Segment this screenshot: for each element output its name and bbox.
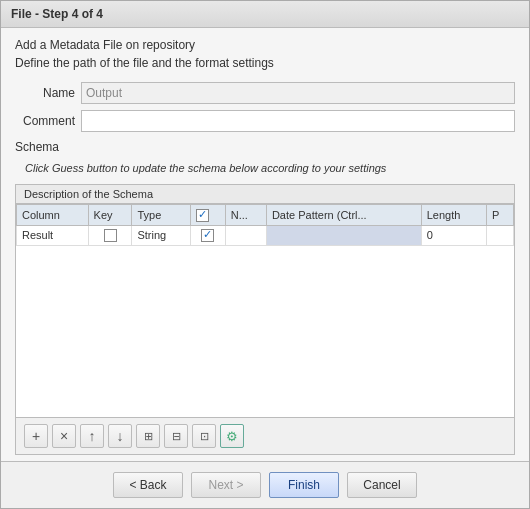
cell-length: 0 bbox=[421, 225, 486, 246]
wizard-window: File - Step 4 of 4 Add a Metadata File o… bbox=[0, 0, 530, 509]
cell-type: String bbox=[132, 225, 190, 246]
key-checkbox[interactable] bbox=[104, 229, 117, 242]
col-header-column: Column bbox=[17, 205, 89, 226]
copy-button[interactable]: ⊞ bbox=[136, 424, 160, 448]
comment-input[interactable] bbox=[81, 110, 515, 132]
cell-column: Result bbox=[17, 225, 89, 246]
comment-row: Comment bbox=[15, 110, 515, 132]
finish-button[interactable]: Finish bbox=[269, 472, 339, 498]
duplicate-button[interactable]: ⊡ bbox=[192, 424, 216, 448]
add-row-button[interactable]: + bbox=[24, 424, 48, 448]
move-down-button[interactable]: ↓ bbox=[108, 424, 132, 448]
window-title: File - Step 4 of 4 bbox=[11, 7, 103, 21]
col-header-date-pattern: Date Pattern (Ctrl... bbox=[266, 205, 421, 226]
footer: < Back Next > Finish Cancel bbox=[1, 461, 529, 508]
content-area: Name Comment Schema Click Guess button t… bbox=[1, 76, 529, 461]
cell-precision bbox=[487, 225, 514, 246]
name-input[interactable] bbox=[81, 82, 515, 104]
table-row: Result String 0 bbox=[17, 225, 514, 246]
nullable-header-checkbox bbox=[196, 209, 209, 222]
cancel-button[interactable]: Cancel bbox=[347, 472, 417, 498]
comment-label: Comment bbox=[15, 114, 75, 128]
subtitle-section: Add a Metadata File on repository Define… bbox=[1, 28, 529, 76]
name-row: Name bbox=[15, 82, 515, 104]
col-header-nullable bbox=[190, 205, 225, 226]
schema-label: Schema bbox=[15, 140, 515, 154]
col-header-length: Length bbox=[421, 205, 486, 226]
col-header-precision: P bbox=[487, 205, 514, 226]
schema-section: Description of the Schema Column Key Typ… bbox=[15, 184, 515, 455]
cell-date-pattern bbox=[266, 225, 421, 246]
col-header-key: Key bbox=[88, 205, 132, 226]
nullable-checkbox[interactable] bbox=[201, 229, 214, 242]
schema-title: Description of the Schema bbox=[16, 185, 514, 204]
cell-n bbox=[225, 225, 266, 246]
schema-toolbar: + × ↑ ↓ ⊞ ⊟ ⊡ ⚙ bbox=[16, 417, 514, 454]
next-button[interactable]: Next > bbox=[191, 472, 261, 498]
move-up-button[interactable]: ↑ bbox=[80, 424, 104, 448]
col-header-type: Type bbox=[132, 205, 190, 226]
schema-table: Column Key Type N... Date Pattern (Ctrl.… bbox=[16, 204, 514, 246]
back-button[interactable]: < Back bbox=[113, 472, 183, 498]
delete-row-button[interactable]: × bbox=[52, 424, 76, 448]
cell-key bbox=[88, 225, 132, 246]
col-header-n: N... bbox=[225, 205, 266, 226]
name-label: Name bbox=[15, 86, 75, 100]
subtitle-line2: Define the path of the file and the form… bbox=[15, 54, 515, 72]
guess-hint: Click Guess button to update the schema … bbox=[25, 162, 515, 174]
schema-table-wrapper[interactable]: Column Key Type N... Date Pattern (Ctrl.… bbox=[16, 204, 514, 417]
title-bar: File - Step 4 of 4 bbox=[1, 1, 529, 28]
cell-nullable bbox=[190, 225, 225, 246]
settings-button[interactable]: ⚙ bbox=[220, 424, 244, 448]
subtitle-line1: Add a Metadata File on repository bbox=[15, 36, 515, 54]
paste-button[interactable]: ⊟ bbox=[164, 424, 188, 448]
table-header-row: Column Key Type N... Date Pattern (Ctrl.… bbox=[17, 205, 514, 226]
